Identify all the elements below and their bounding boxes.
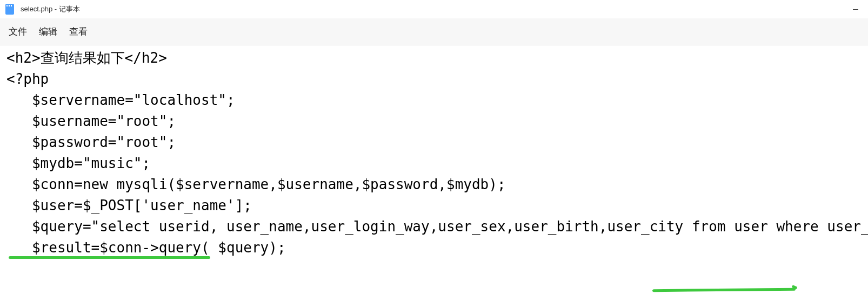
notepad-icon <box>5 4 14 15</box>
code-line: $query="select userid, user_name,user_lo… <box>6 216 862 237</box>
code-line: $conn=new mysqli($servername,$username,$… <box>6 174 862 195</box>
code-line: $user=$_POST['user_name']; <box>6 195 862 216</box>
code-line: <h2>查询结果如下</h2> <box>6 48 862 69</box>
annotation-underline <box>9 256 210 259</box>
minimize-icon <box>853 9 858 10</box>
window-title: select.php - 记事本 <box>21 4 80 14</box>
menubar: 文件 编辑 查看 <box>0 18 868 45</box>
code-line: $servername="localhost"; <box>6 90 862 111</box>
annotation-underline <box>652 288 796 292</box>
svg-rect-0 <box>853 9 858 10</box>
menu-file[interactable]: 文件 <box>6 22 37 41</box>
code-line: $result=$conn->query( $query); <box>6 237 862 258</box>
titlebar: select.php - 记事本 <box>0 0 868 18</box>
code-line: $username="root"; <box>6 111 862 132</box>
minimize-button[interactable] <box>843 0 868 18</box>
code-line: <?php <box>6 69 862 90</box>
menu-edit[interactable]: 编辑 <box>37 22 67 41</box>
code-line: $password="root"; <box>6 132 862 153</box>
window-controls <box>843 0 868 18</box>
editor-area[interactable]: <h2>查询结果如下</h2> <?php $servername="local… <box>0 45 868 259</box>
code-line: $mydb="music"; <box>6 153 862 174</box>
menu-view[interactable]: 查看 <box>67 22 97 41</box>
